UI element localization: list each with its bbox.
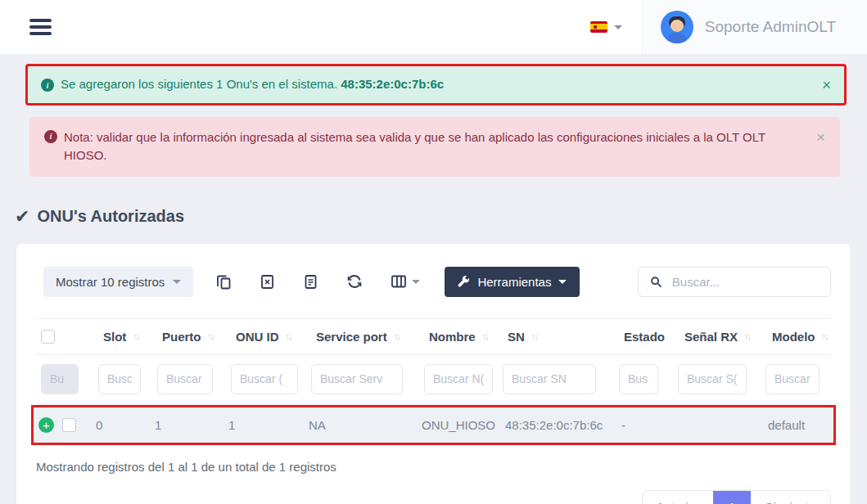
info-icon: i — [41, 79, 54, 92]
excel-export-button[interactable] — [255, 269, 280, 295]
chevron-down-icon — [614, 25, 622, 29]
cell-sn: 48:35:2e:0c:7b:6c — [500, 418, 616, 432]
filter-modelo-input[interactable] — [765, 364, 820, 394]
columns-icon — [391, 274, 407, 289]
wrench-icon — [458, 276, 470, 288]
sort-icon[interactable]: ↑↓ — [286, 331, 291, 341]
cell-onu-id: 1 — [224, 418, 304, 432]
section-title-row: ✔ ONU's Autorizadas — [15, 206, 867, 227]
pagination: Anterior 1 Siguiente — [642, 490, 831, 504]
avatar — [661, 11, 693, 43]
tools-label: Herramientas — [477, 275, 551, 289]
chevron-down-icon — [412, 280, 420, 284]
select-all-checkbox[interactable] — [41, 330, 55, 344]
filter-sn-input[interactable] — [503, 364, 596, 394]
column-visibility-button[interactable] — [386, 269, 425, 294]
search-input[interactable] — [672, 275, 819, 289]
success-alert-message: Se agregaron los siguientes 1 Onu's en e… — [61, 75, 822, 94]
success-alert-text: Se agregaron los siguientes 1 Onu's en e… — [61, 77, 337, 91]
note-alert: i Nota: validar que la información ingre… — [29, 117, 840, 177]
search-box — [638, 267, 831, 297]
user-name: Soporte AdminOLT — [705, 18, 836, 36]
sort-icon[interactable]: ↑↓ — [133, 331, 138, 341]
spain-flag-icon — [590, 21, 607, 33]
filter-select-input — [41, 364, 79, 394]
row-checkbox[interactable] — [62, 418, 76, 432]
filter-slot-input[interactable] — [98, 364, 141, 394]
page-title: ONU's Autorizadas — [37, 207, 184, 226]
filter-estado-input[interactable] — [619, 364, 658, 394]
column-header-nombre[interactable]: Nombre ↑↓ — [424, 330, 493, 344]
document-icon — [303, 274, 318, 290]
pagination-page-1[interactable]: 1 — [713, 491, 751, 504]
column-header-onu-id[interactable]: ONU ID ↑↓ — [231, 330, 296, 344]
check-icon: ✔ — [15, 206, 29, 227]
column-header-slot[interactable]: Slot ↑↓ — [98, 330, 143, 344]
filter-nombre-input[interactable] — [424, 364, 493, 394]
pagination-row: Anterior 1 Siguiente — [36, 490, 831, 504]
column-header-senal-rx[interactable]: Señal RX ↑↓ — [680, 330, 755, 344]
refresh-button[interactable] — [341, 268, 368, 295]
close-icon[interactable]: × — [816, 129, 825, 145]
page-length-select[interactable]: Mostrar 10 registros — [43, 267, 193, 297]
menu-icon[interactable] — [29, 16, 52, 38]
filter-senal-rx-input[interactable] — [678, 364, 747, 394]
top-bar: Soporte AdminOLT — [0, 0, 867, 55]
note-alert-text: Nota: validar que la información ingresa… — [64, 128, 816, 165]
sort-icon[interactable]: ↑↓ — [822, 331, 828, 341]
cell-estado: - — [616, 418, 675, 432]
refresh-icon — [346, 273, 363, 290]
close-icon[interactable]: × — [822, 77, 831, 92]
expand-row-button[interactable]: + — [38, 417, 54, 433]
cell-service-port: NA — [304, 418, 417, 432]
search-icon — [650, 275, 662, 289]
cell-slot: 0 — [91, 418, 150, 432]
table-info: Mostrando registros del 1 al 1 de un tot… — [36, 460, 831, 474]
sort-icon[interactable]: ↑↓ — [531, 331, 537, 341]
language-selector[interactable] — [571, 21, 642, 33]
sort-icon[interactable]: ↑↓ — [482, 331, 488, 341]
table-toolbar: Mostrar 10 registros — [36, 267, 831, 297]
filter-service-port-input[interactable] — [311, 364, 403, 394]
info-icon: i — [44, 130, 57, 143]
column-header-puerto[interactable]: Puerto ↑↓ — [157, 330, 219, 344]
column-header-estado[interactable]: Estado — [619, 330, 670, 344]
onus-table: Slot ↑↓ Puerto ↑↓ ONU ID ↑↓ Service port… — [36, 318, 831, 445]
success-alert: i Se agregaron los siguientes 1 Onu's en… — [25, 64, 847, 106]
copy-icon — [216, 274, 232, 290]
cell-nombre: ONU_HIOSO — [417, 418, 500, 432]
cell-puerto: 1 — [150, 418, 224, 432]
page-content: i Se agregaron los siguientes 1 Onu's en… — [0, 55, 867, 504]
onu-mac-address: 48:35:2e:0c:7b:6c — [341, 77, 444, 91]
table-row[interactable]: + 0 1 1 NA ONU_HIOSO 48:35:2e:0c:7b:6c -… — [31, 405, 836, 445]
copy-button[interactable] — [211, 269, 237, 295]
column-header-modelo[interactable]: Modelo ↑↓ — [767, 330, 833, 344]
pagination-previous[interactable]: Anterior — [643, 491, 714, 504]
chevron-down-icon — [173, 280, 181, 284]
table-filter-row — [36, 355, 831, 405]
excel-icon — [260, 274, 275, 290]
pagination-next[interactable]: Siguiente — [751, 491, 830, 504]
column-header-sn[interactable]: SN ↑↓ — [503, 330, 542, 344]
table-header-row: Slot ↑↓ Puerto ↑↓ ONU ID ↑↓ Service port… — [36, 318, 831, 355]
sort-icon[interactable]: ↑↓ — [208, 331, 214, 341]
tools-dropdown-button[interactable]: Herramientas — [445, 267, 580, 297]
filter-puerto-input[interactable] — [157, 364, 213, 394]
chevron-down-icon — [558, 280, 567, 284]
onus-card: Mostrar 10 registros — [16, 244, 851, 504]
column-header-service-port[interactable]: Service port ↑↓ — [311, 330, 404, 344]
filter-onu-id-input[interactable] — [231, 364, 298, 394]
sort-icon[interactable]: ↑↓ — [744, 331, 750, 341]
user-menu[interactable]: Soporte AdminOLT — [642, 0, 867, 54]
sort-icon[interactable]: ↑↓ — [394, 331, 400, 341]
page-length-label: Mostrar 10 registros — [56, 275, 165, 289]
file-export-button[interactable] — [298, 269, 323, 295]
topbar-right: Soporte AdminOLT — [571, 0, 867, 54]
cell-modelo: default — [763, 418, 833, 432]
